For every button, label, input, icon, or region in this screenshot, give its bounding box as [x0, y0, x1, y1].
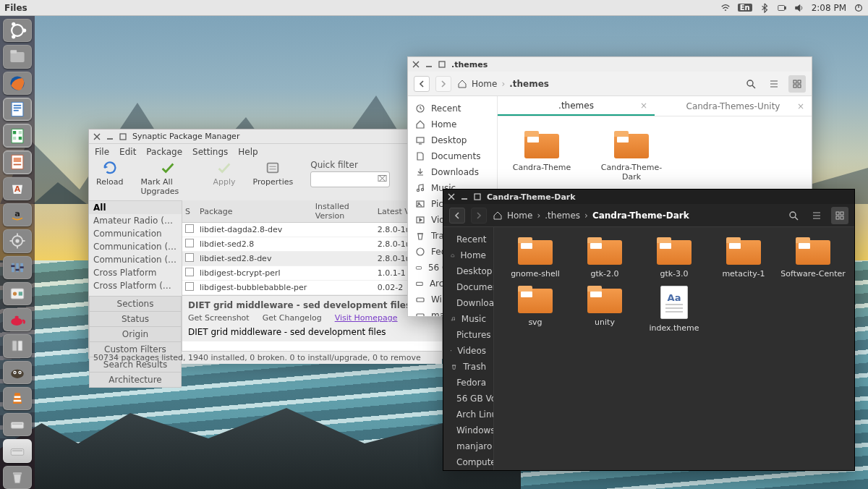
minimize-icon[interactable] — [425, 61, 433, 68]
wifi-icon[interactable] — [720, 3, 731, 13]
table-row[interactable]: libdiet-dagda2.8-dev2.8.0-1ubuntu1 — [182, 223, 442, 237]
launcher-firefox[interactable] — [3, 72, 32, 95]
category-item[interactable]: Communication (universe) — [89, 253, 182, 266]
category-item[interactable]: Cross Platform (multiverse) — [89, 279, 182, 292]
search-icon[interactable] — [785, 207, 802, 224]
side-tab-status[interactable]: Status — [89, 311, 182, 327]
visit-homepage-link[interactable]: Visit Homepage — [335, 313, 398, 323]
sidebar-item-music[interactable]: Music — [443, 311, 493, 327]
home-icon[interactable] — [493, 211, 503, 221]
checkbox[interactable] — [185, 268, 194, 276]
power-icon[interactable] — [854, 3, 864, 13]
sidebar-item-recent[interactable]: Recent — [443, 231, 493, 247]
side-tab-sections[interactable]: Sections — [89, 296, 182, 312]
category-item[interactable]: Communication (multiverse) — [89, 240, 182, 253]
back-button[interactable] — [449, 208, 465, 224]
bluetooth-icon[interactable] — [760, 3, 770, 13]
home-icon[interactable] — [457, 79, 467, 89]
sidebar-item-manjaro[interactable]: manjaro — [443, 438, 493, 454]
view-list-icon[interactable] — [765, 75, 783, 93]
table-row[interactable]: libdigest-bubblebabble-per0.02-2 — [182, 281, 442, 295]
category-item[interactable]: Cross Platform — [89, 266, 182, 279]
file-item[interactable]: index.theme — [642, 286, 707, 333]
folder-item[interactable]: gtk-3.0 — [642, 237, 707, 278]
sidebar-item-computer[interactable]: Computer — [443, 454, 493, 470]
forward-button[interactable] — [471, 208, 487, 224]
checkbox[interactable] — [185, 224, 194, 233]
reload-button[interactable]: Reload — [96, 160, 123, 187]
sidebar-item-arch-linux[interactable]: Arch Linux — [443, 407, 493, 422]
folder-item[interactable]: gnome-shell — [503, 237, 568, 278]
launcher-trash[interactable] — [3, 466, 32, 489]
launcher-system-settings[interactable] — [3, 229, 32, 252]
table-row[interactable]: libdiet-sed2.8-dev2.8.0-1ubuntu1 — [182, 252, 442, 266]
properties-button[interactable]: Properties — [253, 160, 294, 187]
side-tab-arch[interactable]: Architecture — [89, 372, 182, 388]
sidebar-item-pictures[interactable]: Pictures — [443, 327, 493, 343]
folder-item[interactable]: metacity-1 — [711, 237, 776, 278]
synaptic-titlebar[interactable]: Synaptic Package Manager — [89, 129, 442, 144]
launcher-dash[interactable] — [3, 19, 32, 42]
tab-candra-unity[interactable]: Candra-Themes-Unity× — [655, 96, 812, 116]
get-screenshot-link[interactable]: Get Screenshot — [188, 313, 250, 323]
close-icon[interactable]: × — [797, 101, 804, 111]
launcher-gnome-tweaks[interactable] — [3, 256, 32, 279]
back-button[interactable] — [414, 76, 430, 92]
menu-settings[interactable]: Settings — [192, 147, 228, 157]
folder-item[interactable]: Candra-Theme-Dark — [599, 131, 664, 182]
files-light-titlebar[interactable]: .themes — [408, 57, 812, 72]
view-list-icon[interactable] — [808, 207, 825, 224]
quick-filter-clear-icon[interactable]: ⌧ — [377, 174, 387, 184]
keyboard-language-indicator[interactable]: En — [738, 4, 752, 12]
launcher-teapot[interactable] — [3, 308, 32, 331]
launcher-drive-external[interactable] — [3, 439, 32, 462]
close-icon[interactable] — [412, 61, 420, 68]
folder-item[interactable]: Software-Center — [780, 237, 846, 278]
minimize-icon[interactable] — [461, 193, 468, 200]
launcher-software-center[interactable]: A — [3, 177, 32, 200]
folder-item[interactable]: svg — [503, 286, 568, 327]
launcher-calc[interactable] — [3, 124, 32, 148]
checkbox[interactable] — [185, 253, 194, 262]
launcher-gimp[interactable] — [3, 361, 32, 384]
sidebar-item-desktop[interactable]: Desktop — [408, 132, 497, 148]
launcher-amazon[interactable]: a — [3, 203, 32, 226]
checkbox[interactable] — [185, 239, 194, 247]
sidebar-item-home[interactable]: Home — [443, 247, 493, 263]
crumb-mid[interactable]: .themes — [545, 211, 580, 221]
search-icon[interactable] — [742, 75, 760, 93]
menubar-app-name[interactable]: Files — [4, 3, 27, 13]
crumb-current[interactable]: .themes — [509, 79, 549, 89]
files-dark-grid[interactable]: gnome-shellgtk-2.0gtk-3.0metacity-1Softw… — [494, 227, 854, 470]
mark-all-button[interactable]: Mark All Upgrades — [140, 160, 195, 196]
folder-item[interactable]: gtk-2.0 — [572, 237, 637, 278]
launcher-impress[interactable] — [3, 150, 32, 174]
menu-edit[interactable]: Edit — [119, 147, 136, 157]
crumb-home[interactable]: Home — [472, 79, 497, 89]
category-item[interactable]: Amateur Radio (universe) — [89, 214, 182, 227]
crumb-current[interactable]: Candra-Theme-Dark — [592, 211, 689, 221]
sidebar-item-downloads[interactable]: Downloads — [408, 164, 497, 180]
col-status[interactable]: S — [182, 200, 197, 223]
sidebar-item-downloads[interactable]: Downloads — [443, 295, 493, 311]
menu-help[interactable]: Help — [238, 147, 258, 157]
launcher-vlc[interactable] — [3, 387, 32, 410]
sidebar-item-home[interactable]: Home — [408, 116, 497, 132]
maximize-icon[interactable] — [438, 61, 446, 68]
view-grid-icon[interactable] — [831, 207, 848, 224]
volume-icon[interactable] — [794, 3, 804, 13]
sidebar-item-documents[interactable]: Documents — [443, 279, 493, 295]
launcher-writer[interactable] — [3, 98, 32, 122]
close-icon[interactable] — [448, 193, 455, 200]
category-header[interactable]: All — [89, 201, 182, 214]
menu-package[interactable]: Package — [146, 147, 182, 157]
close-icon[interactable] — [93, 133, 101, 140]
sidebar-item-desktop[interactable]: Desktop — [443, 263, 493, 279]
sidebar-item-fedora[interactable]: Fedora — [443, 375, 493, 391]
launcher-files[interactable] — [3, 45, 32, 68]
sidebar-item-recent[interactable]: Recent — [408, 101, 497, 116]
launcher-accessories[interactable] — [3, 282, 32, 305]
launcher-devices[interactable] — [3, 334, 32, 357]
files-dark-titlebar[interactable]: Candra-Theme-Dark — [443, 190, 854, 204]
menu-file[interactable]: File — [95, 147, 109, 157]
